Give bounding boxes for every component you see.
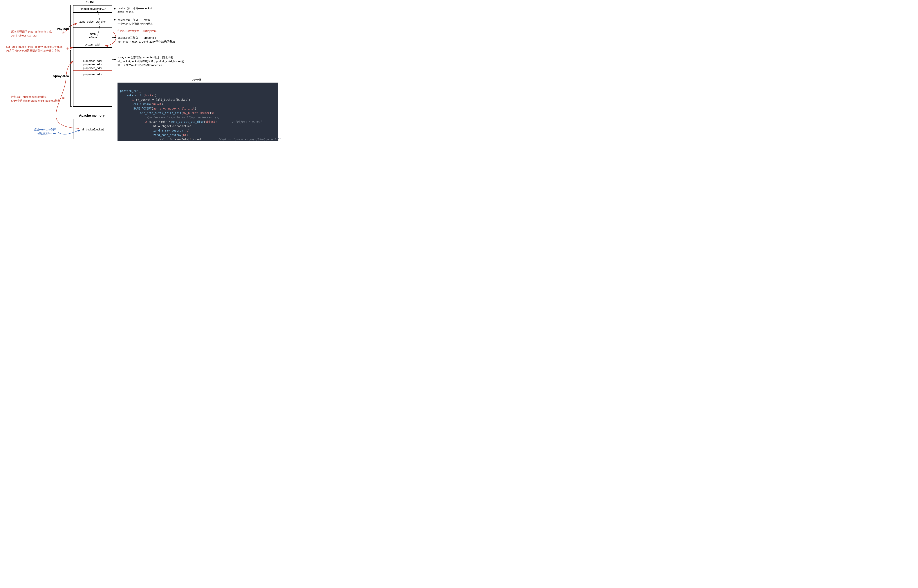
code-l11c: ht	[183, 133, 186, 137]
code-l10a: zend_array_destroy	[153, 129, 183, 132]
cell-props-rest: properties_addr …	[73, 71, 112, 107]
props2: properties_addr	[83, 63, 102, 66]
code-l01b: ()	[138, 89, 142, 93]
red3b: zend_object_std_dtor	[11, 34, 52, 37]
desc-spa: spray area全部喷射properties地址，因此只要	[118, 55, 185, 59]
code-l12a: val = &ht->arData[	[160, 138, 190, 141]
uaf-b: 修改索引bucket	[34, 131, 57, 135]
code-l06c: my_bucket->mutex	[183, 111, 210, 115]
shm-title: SHM	[86, 0, 94, 4]
desc-p1a: payload第一部分——bucket	[118, 6, 152, 10]
code-l08c: (	[204, 120, 206, 123]
props1: properties_addr	[83, 59, 102, 63]
code-l03a: my_bucket = &all_buckets[bucket];	[134, 98, 190, 102]
code-l03m: ①	[132, 98, 134, 102]
red-4: ④以arData为参数，调用system	[118, 29, 157, 33]
red2b: 的调用将payload第三部起始地址分作为参数	[6, 48, 63, 52]
code-l04c: bucket	[152, 103, 162, 106]
code-l12c: ]->val	[191, 138, 201, 141]
red1b: SHM中伪造的prefork_child_buckets结构	[11, 99, 60, 103]
desc-p2b: 一个包含多个函数指针的结构	[118, 22, 153, 26]
red2a: apr_proc_mutex_child_init(my_bucket->mut…	[6, 45, 63, 48]
cell-meth-block: … meth arData … system_addr	[73, 27, 112, 48]
code-l11a: zend_hash_destroy	[153, 133, 181, 137]
props4: properties_addr	[83, 73, 102, 76]
code-l10b: (	[183, 129, 185, 132]
red-1: 控制&all_bucket[buckets]指向 SHM中伪造的prefork_…	[11, 95, 60, 103]
circle-2: ②	[66, 47, 69, 51]
code-l11b: (	[181, 133, 183, 137]
code-l02c: bucket	[145, 94, 155, 97]
code-l08e: )	[215, 120, 217, 123]
cell-gap	[73, 48, 112, 58]
desc-p1b: 要执行的命令	[118, 10, 152, 14]
code-l07: //mutex->meth->child_init(&my_bucket->mu…	[147, 116, 220, 119]
zend-dtor: zend_object_std_dtor	[79, 20, 106, 24]
red-3: 原本应调用的child_init被替换为③ zend_object_std_dt…	[11, 30, 52, 37]
code-l02a: make_child	[127, 94, 143, 97]
code-l05b: (	[152, 107, 153, 110]
code-l08cmt: //[object = mutex]	[232, 120, 262, 123]
all-bucket: all_bucket[bucket]	[81, 128, 104, 131]
code-l02d: )	[155, 94, 157, 97]
code-l04a: child_main	[133, 103, 150, 106]
code-l06a: apr_proc_mutex_child_init	[140, 111, 181, 115]
dots4: …	[91, 76, 94, 80]
circle-1: ①	[62, 96, 65, 100]
code-l05d: )	[194, 107, 196, 110]
code-l09: ht = object->properties	[153, 124, 191, 128]
desc-p3: payload第三部分——properties apr_proc_mutex_t…	[118, 36, 175, 44]
code-l04d: )	[162, 103, 163, 106]
system-addr: system_addr	[85, 43, 100, 47]
code-l06m: ②	[211, 111, 214, 115]
code-l08b: zend_object_std_dtor	[170, 120, 204, 123]
red1a: 控制&all_bucket[buckets]指向	[11, 95, 60, 99]
cell-bucket-cmd: "chmod +s /usr/bin/.."	[73, 5, 112, 13]
spray-label: Spray area	[47, 74, 69, 78]
dots1: …	[91, 16, 94, 20]
code-l10c: ht	[185, 129, 188, 132]
desc-p2a: payload第二部分——meth	[118, 18, 153, 22]
desc-p3a: payload第三部分——properties	[118, 36, 175, 40]
desc-spb: all_bucket[bucket]落在该区域，prefork_child_bu…	[118, 59, 185, 63]
desc-spray: spray area全部喷射properties地址，因此只要 all_buck…	[118, 55, 185, 67]
desc-p1: payload第一部分——bucket 要执行的命令	[118, 6, 152, 14]
code-l01a: prefork_run	[120, 89, 138, 93]
chain-title: 攻击链	[193, 78, 201, 82]
red-2: apr_proc_mutex_child_init(my_bucket->mut…	[6, 45, 63, 52]
code-block: prefork_run() make_child(bucket) ① my_bu…	[118, 82, 278, 141]
dots2: …	[91, 28, 94, 32]
code-l11d: )	[186, 133, 188, 137]
dots3: …	[91, 39, 94, 43]
code-l08d: object	[206, 120, 215, 123]
cell-props-red: properties_addr properties_addr properti…	[73, 58, 112, 71]
desc-p2: payload第二部分——meth 一个包含多个函数指针的结构	[118, 18, 153, 26]
code-l12cmt: //val == "chmod +s /usr/bin/python3.5"	[218, 138, 281, 141]
apache-title: Apache memory	[79, 114, 105, 118]
code-l08a: mutex->meth->	[147, 120, 170, 123]
props3: properties_addr	[83, 66, 102, 70]
code-l04b: (	[150, 103, 152, 106]
cell-zend-block: … zend_object_std_dtor	[73, 13, 112, 27]
code-l06b: (	[181, 111, 183, 115]
circle-3: ③	[62, 31, 65, 35]
desc-p3b: apr_proc_mutex_t / zend_zarry两个结构的叠加	[118, 40, 175, 44]
cell-apache: all_bucket[bucket]	[73, 119, 112, 139]
code-l08m: ③	[145, 120, 147, 123]
code-l10d: )	[188, 129, 189, 132]
code-l05c: apr_proc_mutex_child_init	[153, 107, 195, 110]
code-l06d: )	[210, 111, 211, 115]
arData: arData	[89, 36, 97, 39]
blue-uaf: 通过PHP UAF漏洞 修改索引bucket	[34, 128, 57, 135]
desc-spc: 第三个成员mutex必然指向properties	[118, 63, 185, 67]
meth: meth	[90, 32, 96, 36]
uaf-a: 通过PHP UAF漏洞	[34, 128, 57, 131]
code-l05a: SAFE_ACCEPT	[133, 107, 151, 110]
code-l12b: 0	[189, 138, 191, 141]
red3a: 原本应调用的child_init被替换为③	[11, 30, 52, 34]
